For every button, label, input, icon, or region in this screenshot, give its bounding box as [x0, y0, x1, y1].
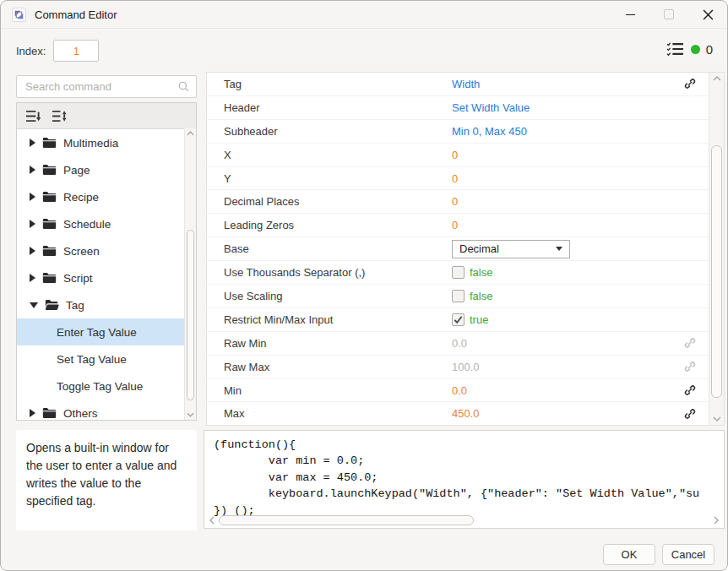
maximize-button: [649, 1, 688, 28]
link-icon[interactable]: [683, 336, 697, 350]
scroll-up-icon[interactable]: [185, 131, 196, 136]
search-input[interactable]: [17, 80, 177, 93]
restrict-min-max-input-checkbox[interactable]: [452, 313, 465, 326]
search-icon: [177, 80, 190, 93]
link-icon[interactable]: [683, 77, 697, 90]
property-value[interactable]: 0: [452, 195, 458, 208]
property-value[interactable]: 0: [452, 149, 458, 161]
folder-icon: [42, 137, 57, 149]
tree-scrollbar[interactable]: [184, 128, 196, 420]
property-value[interactable]: Set Width Value: [452, 101, 530, 114]
tree-item-label: Script: [63, 272, 93, 285]
scroll-down-icon[interactable]: [709, 416, 724, 421]
property-value[interactable]: Width: [452, 78, 480, 90]
ok-button[interactable]: OK: [603, 544, 655, 565]
base-dropdown[interactable]: Decimal: [452, 240, 570, 258]
caret-right-icon[interactable]: [30, 193, 35, 201]
property-label: Subheader: [207, 125, 452, 138]
index-row: Index:: [16, 39, 99, 63]
tree-item-multimedia[interactable]: Multimedia: [17, 129, 185, 156]
tree-toolbar: [17, 103, 196, 129]
property-scrollbar[interactable]: [709, 73, 724, 425]
tree-item-recipe[interactable]: Recipe: [17, 183, 185, 210]
caret-right-icon[interactable]: [30, 247, 35, 255]
tree-item-enter-tag-value[interactable]: Enter Tag Value: [17, 318, 185, 345]
caret-right-icon[interactable]: [30, 139, 35, 147]
minimize-button[interactable]: [611, 1, 649, 28]
caret-down-icon[interactable]: [30, 302, 38, 308]
tree-item-label: Screen: [63, 245, 100, 258]
tree-item-others[interactable]: Others: [17, 400, 185, 421]
tree-item-schedule[interactable]: Schedule: [17, 210, 185, 237]
checklist-icon[interactable]: [666, 41, 685, 57]
status-group: 0: [666, 41, 713, 57]
property-value[interactable]: Min 0, Max 450: [452, 125, 527, 138]
tree-item-label: Enter Tag Value: [57, 326, 137, 339]
tree-item-label: Others: [63, 407, 98, 420]
tree-item-label: Page: [63, 164, 90, 177]
use-scaling-checkbox[interactable]: [452, 290, 465, 302]
folder-icon: [42, 272, 57, 284]
index-input[interactable]: [53, 40, 99, 62]
checkbox-value-text: true: [470, 313, 488, 326]
caret-right-icon[interactable]: [30, 274, 35, 282]
titlebar: Command Editor: [1, 1, 727, 29]
code-line: keyboard.launchKeypad("Width", {"header"…: [214, 486, 724, 502]
tree-item-label: Set Tag Value: [57, 353, 127, 366]
tree-scroll-thumb[interactable]: [187, 230, 194, 400]
scroll-down-icon[interactable]: [185, 412, 196, 417]
property-row-header: HeaderSet Width Value: [207, 96, 709, 120]
property-value[interactable]: 450.0: [452, 407, 480, 420]
property-value[interactable]: 0: [452, 172, 458, 185]
tree-item-toggle-tag-value[interactable]: Toggle Tag Value: [17, 373, 185, 400]
code-hscrollbar[interactable]: [207, 514, 721, 525]
tree-item-page[interactable]: Page: [17, 156, 185, 183]
use-thousands-separator-checkbox[interactable]: [452, 266, 465, 279]
generated-code[interactable]: (function(){ var min = 0.0; var max = 45…: [204, 431, 724, 519]
link-icon[interactable]: [683, 360, 697, 373]
expand-all-icon[interactable]: [52, 109, 68, 123]
caret-right-icon[interactable]: [30, 166, 35, 174]
property-label: Base: [207, 242, 452, 255]
folder-icon: [42, 218, 57, 230]
scroll-left-icon[interactable]: [207, 516, 217, 525]
link-icon[interactable]: [683, 407, 697, 421]
status-dot-icon: [691, 45, 700, 54]
tree-item-tag[interactable]: Tag: [17, 291, 185, 318]
property-label: Use Thousands Separator (,): [207, 266, 452, 279]
command-description-box: Opens a built-in window for the user to …: [16, 430, 197, 530]
folder-icon: [42, 164, 57, 176]
property-row-restrict-min-max-input: Restrict Min/Max Inputtrue: [207, 308, 709, 332]
scroll-up-icon[interactable]: [709, 76, 724, 81]
scroll-right-icon[interactable]: [711, 516, 721, 525]
close-button[interactable]: [688, 1, 727, 28]
property-value[interactable]: 0: [452, 219, 458, 231]
tree-item-set-tag-value[interactable]: Set Tag Value: [17, 345, 185, 373]
property-value[interactable]: 0.0: [452, 337, 467, 350]
code-hscroll-thumb[interactable]: [219, 515, 474, 525]
command-tree-panel: MultimediaPageRecipeScheduleScreenScript…: [16, 102, 197, 421]
caret-right-icon[interactable]: [30, 409, 35, 417]
property-row-subheader: SubheaderMin 0, Max 450: [207, 120, 709, 144]
property-value[interactable]: 0.0: [452, 384, 467, 397]
minimize-icon: [626, 14, 635, 15]
hscroll-track[interactable]: [217, 514, 711, 525]
property-label: Raw Max: [207, 361, 452, 373]
folder-icon: [42, 407, 57, 419]
app-logo-icon: [11, 7, 26, 22]
caret-right-icon[interactable]: [30, 220, 35, 228]
cancel-button[interactable]: Cancel: [662, 544, 714, 565]
property-label: Use Scaling: [207, 290, 452, 302]
property-row-leading-zeros: Leading Zeros0: [207, 214, 709, 237]
tree-item-screen[interactable]: Screen: [17, 237, 185, 264]
folder-icon: [42, 245, 57, 257]
property-row-use-scaling: Use Scalingfalse: [207, 285, 709, 308]
property-value[interactable]: 100.0: [452, 361, 480, 373]
property-scroll-thumb[interactable]: [711, 145, 722, 398]
link-icon[interactable]: [683, 383, 697, 397]
dropdown-selected-value: Decimal: [459, 242, 556, 255]
tree-item-script[interactable]: Script: [17, 264, 185, 291]
folder-icon: [42, 191, 57, 203]
collapse-all-icon[interactable]: [25, 109, 41, 123]
property-row-use-thousands-separator: Use Thousands Separator (,)false: [207, 261, 709, 285]
